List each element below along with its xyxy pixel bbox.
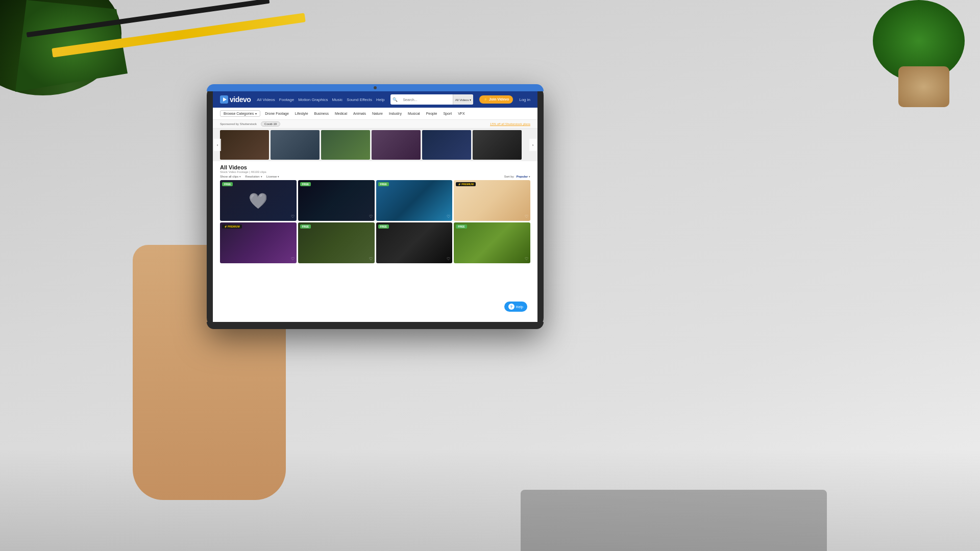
featured-thumb-1[interactable]	[220, 130, 269, 160]
site-logo: videvo	[220, 95, 251, 104]
search-input[interactable]	[400, 98, 452, 102]
section-subtitle: Stock Video Footage | 46193 clips	[220, 170, 530, 173]
featured-prev-arrow[interactable]: ‹	[214, 139, 221, 151]
badge-free-8: FREE	[456, 224, 467, 229]
cat-medical[interactable]: Medical	[333, 111, 349, 116]
search-dropdown[interactable]: All Videos ▾	[453, 94, 473, 105]
filter-resolution[interactable]: Resolution	[245, 175, 262, 178]
video-card-5[interactable]: PREMIUM ♡	[220, 222, 297, 263]
cat-sport[interactable]: Sport	[442, 111, 453, 116]
badge-free-3: FREE	[378, 182, 389, 186]
favorite-icon-5[interactable]: ♡	[291, 257, 295, 261]
site-header: videvo All Videos Footage Motion Graphic…	[213, 91, 537, 108]
favorite-icon-4[interactable]: ♡	[525, 214, 528, 219]
favorite-icon-8[interactable]: ♡	[525, 257, 528, 261]
all-videos-section: All Videos Stock Video Footage | 46193 c…	[213, 161, 537, 180]
filter-row: Show all clips Resolution License Sort b…	[220, 175, 530, 178]
featured-thumb-4[interactable]	[372, 130, 421, 160]
filter-license[interactable]: License	[266, 175, 280, 178]
cat-drone-footage[interactable]: Drone Footage	[263, 111, 290, 116]
featured-row: ‹ ›	[213, 129, 537, 161]
heart-decoration: 🤍	[249, 192, 267, 210]
badge-free-1: FREE	[222, 182, 233, 186]
favorite-icon-1[interactable]: ♡	[291, 214, 295, 219]
sponsored-bar: Sponsored by Shutterstock Covid-19 15% o…	[213, 120, 537, 129]
logo-text: videvo	[230, 95, 251, 104]
featured-thumb-3[interactable]	[321, 130, 370, 160]
video-card-7[interactable]: FREE ♡	[376, 222, 453, 263]
nav-motion-graphics[interactable]: Motion Graphics	[298, 97, 328, 102]
tablet-device: videvo All Videos Footage Motion Graphic…	[207, 84, 544, 329]
nav-help[interactable]: Help	[376, 97, 384, 102]
cat-lifestyle[interactable]: Lifestyle	[293, 111, 310, 116]
shutterstock-promo-link[interactable]: 15% off all Shutterstock plans	[490, 122, 530, 126]
covid-tag[interactable]: Covid-19	[261, 121, 280, 127]
favorite-icon-6[interactable]: ♡	[369, 257, 373, 261]
nav-sound-effects[interactable]: Sound Effects	[347, 97, 372, 102]
browse-categories-button[interactable]: Browse Categories	[220, 110, 260, 117]
login-link[interactable]: Log in	[519, 97, 530, 102]
join-videvo-button[interactable]: ⚡ Join Videvo	[479, 95, 513, 104]
tablet-bottom-bar	[207, 322, 544, 329]
badge-free-7: FREE	[378, 224, 389, 229]
nav-footage[interactable]: Footage	[279, 97, 294, 102]
featured-thumb-6[interactable]	[473, 130, 522, 160]
help-label: Help	[516, 305, 523, 309]
section-title: All Videos	[220, 164, 530, 170]
favorite-icon-7[interactable]: ♡	[447, 257, 450, 261]
video-card-1[interactable]: 🤍 FREE ♡	[220, 180, 297, 221]
search-bar: 🔍 All Videos ▾	[390, 94, 473, 105]
cat-nature[interactable]: Nature	[371, 111, 384, 116]
tablet-screen: videvo All Videos Footage Motion Graphic…	[213, 91, 537, 322]
video-card-2[interactable]: FREE ♡	[298, 180, 375, 221]
badge-premium-5: PREMIUM	[222, 224, 242, 229]
nav-music[interactable]: Music	[332, 97, 342, 102]
featured-thumb-2[interactable]	[271, 130, 320, 160]
featured-next-arrow[interactable]: ›	[529, 139, 536, 151]
cat-industry[interactable]: Industry	[387, 111, 403, 116]
video-card-3[interactable]: FREE ♡	[376, 180, 453, 221]
cat-business[interactable]: Business	[313, 111, 330, 116]
cat-vfx[interactable]: VFX	[456, 111, 467, 116]
cat-people[interactable]: People	[425, 111, 439, 116]
plant-right	[852, 0, 980, 122]
nav-all-videos[interactable]: All Videos	[257, 97, 275, 102]
featured-thumb-5[interactable]	[422, 130, 471, 160]
sponsored-text: Sponsored by Shutterstock	[220, 122, 257, 126]
search-icon: 🔍	[390, 97, 400, 102]
keyboard-area	[521, 490, 827, 551]
nav-links: All Videos Footage Motion Graphics Music…	[257, 97, 384, 102]
video-grid: 🤍 FREE ♡ FREE ♡ FREE ♡ PREMIUM ♡ PREMIUM	[213, 180, 537, 266]
sort-popular-value: Popular	[517, 175, 528, 178]
video-card-8[interactable]: FREE ♡	[454, 222, 530, 263]
favorite-icon-2[interactable]: ♡	[369, 214, 373, 219]
badge-free-2: FREE	[300, 182, 311, 186]
cat-musical[interactable]: Musical	[406, 111, 422, 116]
video-card-4[interactable]: PREMIUM ♡	[454, 180, 530, 221]
favorite-icon-3[interactable]: ♡	[447, 214, 450, 219]
help-button[interactable]: ? Help	[504, 302, 527, 312]
filter-sort[interactable]: Sort by Popular	[504, 175, 530, 178]
badge-premium-4: PREMIUM	[456, 182, 476, 186]
category-bar: Browse Categories Drone Footage Lifestyl…	[213, 108, 537, 120]
logo-play-icon	[220, 95, 228, 104]
cat-animals[interactable]: Animals	[352, 111, 368, 116]
badge-free-6: FREE	[300, 224, 311, 229]
plant-right-pot	[898, 66, 949, 107]
help-circle-icon: ?	[508, 304, 514, 310]
filter-show-all[interactable]: Show all clips	[220, 175, 241, 178]
video-card-6[interactable]: FREE ♡	[298, 222, 375, 263]
tablet-camera	[374, 86, 377, 89]
